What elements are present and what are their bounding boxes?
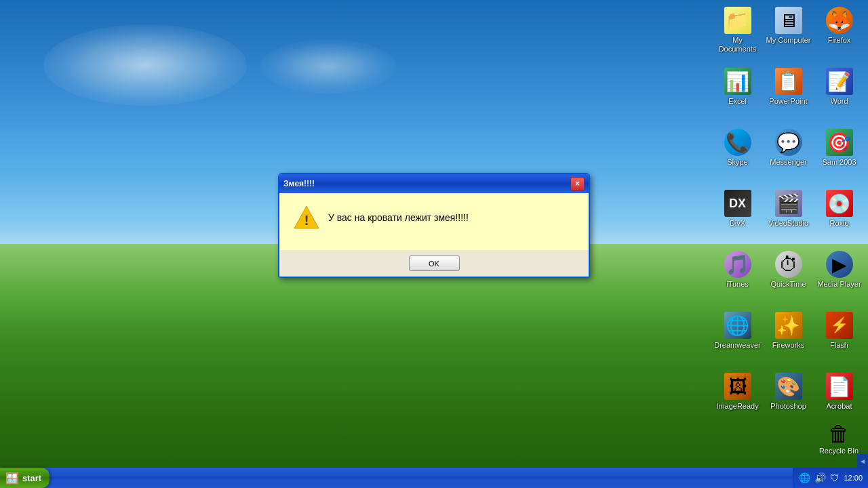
dialog-footer: OK	[279, 250, 589, 277]
taskbar-tray: 🌐 🔊 🛡 12:00	[793, 468, 868, 488]
icon-divx[interactable]: DX DivX	[712, 186, 763, 244]
icon-firefox[interactable]: 🦊 Firefox	[814, 3, 865, 61]
recycle-bin-icon: 🗑	[828, 422, 850, 447]
quicktime-label: QuickTime	[770, 280, 806, 289]
icon-dreamweaver[interactable]: 🌐 Dreamweaver	[712, 308, 763, 366]
dialog-body: ! У вас на кровати лежит змея!!!!!	[279, 193, 589, 250]
dialog-title: Змея!!!!	[283, 179, 315, 188]
icon-my-documents[interactable]: 📁 My Documents	[712, 3, 763, 61]
my-documents-icon: 📁	[724, 7, 751, 34]
dreamweaver-icon: 🌐	[724, 312, 751, 339]
videostudio-label: VideoStudio	[768, 219, 808, 228]
acrobat-icon: 📄	[826, 373, 853, 400]
icon-roxio[interactable]: 💿 Roxio	[814, 186, 865, 244]
skype-label: Skype	[727, 158, 748, 167]
icon-photoshop[interactable]: 🎨 Photoshop	[763, 369, 814, 427]
tray-network-icon[interactable]: 🌐	[799, 472, 810, 483]
start-button[interactable]: 🪟 start	[0, 468, 50, 488]
fireworks-icon: ✨	[775, 312, 802, 339]
imageready-icon: 🖼	[724, 373, 751, 400]
itunes-icon: 🎵	[724, 251, 751, 278]
acrobat-label: Acrobat	[827, 402, 852, 411]
start-label: start	[22, 473, 41, 483]
icon-messenger[interactable]: 💬 Messenger	[763, 125, 814, 183]
messenger-icon: 💬	[775, 129, 802, 156]
ok-button[interactable]: OK	[409, 256, 460, 271]
fireworks-label: Fireworks	[772, 341, 805, 350]
photoshop-label: Photoshop	[770, 402, 806, 411]
flash-label: Flash	[830, 341, 848, 350]
tray-security-icon[interactable]: 🛡	[830, 472, 840, 483]
taskbar: 🪟 start 🌐 🔊 🛡 12:00	[0, 468, 868, 488]
my-computer-icon: 🖥	[775, 7, 802, 34]
excel-icon: 📊	[724, 68, 751, 95]
divx-icon: DX	[724, 190, 751, 217]
powerpoint-icon: 📋	[775, 68, 802, 95]
icon-quicktime[interactable]: ⏱ QuickTime	[763, 247, 814, 305]
icon-flash[interactable]: ⚡ Flash	[814, 308, 865, 366]
imageready-label: ImageReady	[716, 402, 758, 411]
skype-icon: 📞	[724, 129, 751, 156]
mediaplayer-label: Media Player	[817, 280, 861, 289]
itunes-label: iTunes	[726, 280, 749, 289]
photoshop-icon: 🎨	[775, 373, 802, 400]
word-label: Word	[830, 97, 848, 106]
icon-fireworks[interactable]: ✨ Fireworks	[763, 308, 814, 366]
firefox-label: Firefox	[828, 36, 851, 45]
divx-label: DivX	[730, 219, 745, 228]
roxio-icon: 💿	[826, 190, 853, 217]
my-computer-label: My Computer	[766, 36, 810, 45]
excel-label: Excel	[728, 97, 747, 106]
quicktime-icon: ⏱	[775, 251, 802, 278]
icon-powerpoint[interactable]: 📋 PowerPoint	[763, 64, 814, 122]
my-documents-label: My Documents	[714, 36, 761, 54]
icon-my-computer[interactable]: 🖥 My Computer	[763, 3, 814, 61]
tray-time: 12:00	[844, 474, 863, 482]
icon-excel[interactable]: 📊 Excel	[712, 64, 763, 122]
dialog-close-button[interactable]: ×	[570, 177, 585, 191]
icon-itunes[interactable]: 🎵 iTunes	[712, 247, 763, 305]
icon-word[interactable]: 📝 Word	[814, 64, 865, 122]
dialog-content: ! У вас на кровати лежит змея!!!!!	[293, 204, 575, 231]
icon-imageready[interactable]: 🖼 ImageReady	[712, 369, 763, 427]
sam-icon: 🎯	[826, 129, 853, 156]
warning-triangle-svg: !	[293, 204, 320, 231]
svg-text:!: !	[304, 213, 309, 228]
icon-mediaplayer[interactable]: ▶ Media Player	[814, 247, 865, 305]
dialog-message: У вас на кровати лежит змея!!!!!	[328, 212, 469, 223]
powerpoint-label: PowerPoint	[769, 97, 807, 106]
mediaplayer-icon: ▶	[826, 251, 853, 278]
warning-icon: !	[293, 204, 320, 231]
roxio-label: Roxio	[829, 219, 848, 228]
scroll-arrow-icon: ◄	[859, 458, 866, 465]
scroll-indicator[interactable]: ◄	[857, 454, 868, 468]
tray-volume-icon[interactable]: 🔊	[814, 472, 826, 483]
sam-label: Sam 2003	[822, 158, 856, 167]
icon-sam[interactable]: 🎯 Sam 2003	[814, 125, 865, 183]
dialog-window: Змея!!!! × ! У вас на кровати лежит змея…	[278, 173, 590, 278]
recycle-bin[interactable]: 🗑 Recycle Bin	[816, 419, 861, 458]
videostudio-icon: 🎬	[775, 190, 802, 217]
desktop: 📁 My Documents 🖥 My Computer 🦊 Firefox 📊…	[0, 0, 868, 488]
flash-icon: ⚡	[826, 312, 853, 339]
messenger-label: Messenger	[770, 158, 806, 167]
firefox-icon: 🦊	[826, 7, 853, 34]
windows-logo-icon: 🪟	[5, 472, 19, 485]
dialog-titlebar[interactable]: Змея!!!! ×	[279, 174, 589, 193]
desktop-icons-grid: 📁 My Documents 🖥 My Computer 🦊 Firefox 📊…	[709, 0, 868, 434]
word-icon: 📝	[826, 68, 853, 95]
icon-videostudio[interactable]: 🎬 VideoStudio	[763, 186, 814, 244]
recycle-bin-label: Recycle Bin	[819, 447, 859, 455]
dreamweaver-label: Dreamweaver	[714, 341, 760, 350]
icon-skype[interactable]: 📞 Skype	[712, 125, 763, 183]
